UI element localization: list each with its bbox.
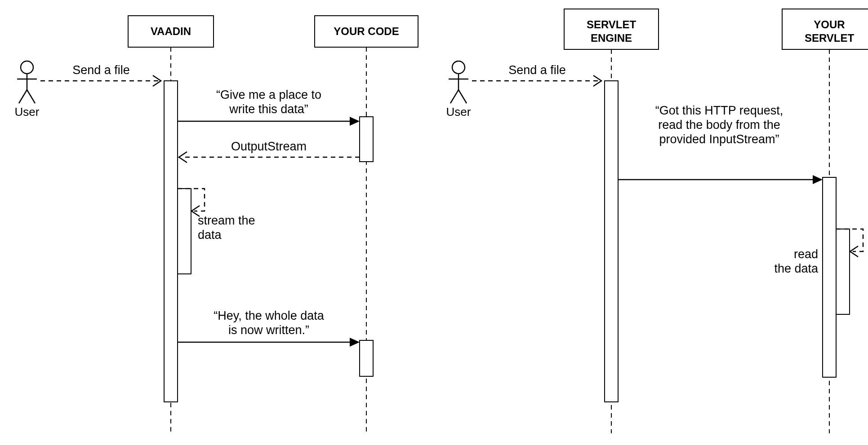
svg-marker-24 xyxy=(350,338,360,347)
message-send-file: Send a file xyxy=(40,63,161,86)
activation-yourcode-1 xyxy=(360,117,373,162)
activation-servlet-engine xyxy=(605,81,618,402)
svg-text:“Hey, the whole data: “Hey, the whole data xyxy=(214,309,325,322)
svg-marker-44 xyxy=(813,175,823,184)
activation-your-servlet-self xyxy=(836,229,850,314)
svg-text:YOUR CODE: YOUR CODE xyxy=(334,25,399,37)
activation-yourcode-2 xyxy=(360,340,373,376)
svg-text:provided InputStream”: provided InputStream” xyxy=(659,132,779,146)
activation-your-servlet xyxy=(823,177,836,377)
activation-vaadin xyxy=(164,81,178,402)
diagram-vaadin: User VAADIN YOUR CODE Send a file “Give … xyxy=(15,16,418,433)
svg-line-4 xyxy=(27,90,35,103)
svg-text:“Give me a place to: “Give me a place to xyxy=(216,88,321,101)
svg-text:SERVLET: SERVLET xyxy=(587,18,637,31)
svg-point-0 xyxy=(21,61,33,74)
svg-text:read the body from the: read the body from the xyxy=(658,118,780,132)
actor-icon xyxy=(449,61,468,103)
svg-marker-16 xyxy=(350,117,360,126)
svg-text:stream the: stream the xyxy=(198,214,255,227)
svg-text:YOUR: YOUR xyxy=(814,18,845,31)
svg-text:read: read xyxy=(794,247,818,261)
svg-text:SERVLET: SERVLET xyxy=(805,32,855,44)
svg-text:“Got this HTTP request,: “Got this HTTP request, xyxy=(655,104,783,117)
activation-vaadin-self xyxy=(178,189,191,274)
svg-text:Send a file: Send a file xyxy=(508,63,566,77)
message-send-file: Send a file xyxy=(472,63,601,86)
svg-text:Send a file: Send a file xyxy=(72,63,130,77)
svg-text:OutputStream: OutputStream xyxy=(231,140,307,153)
svg-line-29 xyxy=(458,90,467,103)
message-data-written: “Hey, the whole data is now written.” xyxy=(178,309,360,347)
svg-text:VAADIN: VAADIN xyxy=(151,25,191,37)
actor-label: User xyxy=(446,105,471,119)
diagram-servlet: User SERVLET ENGINE YOUR SERVLET Send a … xyxy=(446,9,868,433)
message-give-place: “Give me a place to write this data” xyxy=(178,88,360,126)
svg-text:is now written.”: is now written.” xyxy=(228,323,309,337)
message-got-request: “Got this HTTP request, read the body fr… xyxy=(618,104,823,184)
svg-line-3 xyxy=(19,90,27,103)
svg-line-28 xyxy=(450,90,458,103)
actor-icon xyxy=(17,61,37,103)
message-outputstream: OutputStream xyxy=(179,140,360,163)
svg-text:data: data xyxy=(198,228,222,242)
svg-text:write this data”: write this data” xyxy=(229,102,308,116)
sequence-diagrams: User VAADIN YOUR CODE Send a file “Give … xyxy=(0,0,868,445)
actor-label: User xyxy=(15,105,40,119)
svg-text:ENGINE: ENGINE xyxy=(591,32,632,44)
svg-point-25 xyxy=(452,61,465,74)
svg-text:the data: the data xyxy=(774,262,819,275)
